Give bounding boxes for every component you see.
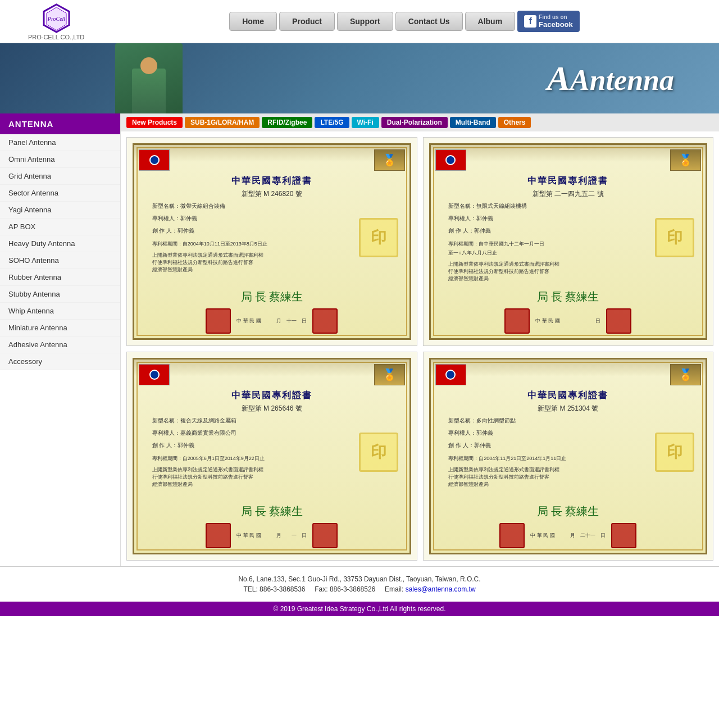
- cert-content-3: 新型名稱：複合天線及網路金屬箱 專利權人：嘉義商業實業有限公司 創 作 人：郭仲…: [152, 416, 392, 488]
- main-content: ANTENNA Panel Antenna Omni Antenna Grid …: [0, 113, 719, 566]
- nav-album[interactable]: Album: [465, 12, 516, 31]
- sidebar-item-heavy-duty-antenna[interactable]: Heavy Duty Antenna: [0, 235, 120, 252]
- cert-flag-3: [139, 364, 170, 385]
- cert-subtitle-1: 新型第 M 246820 號: [242, 189, 302, 199]
- sidebar-item-yagi-antenna[interactable]: Yagi Antenna: [0, 202, 120, 219]
- cert-ornament-4: 🏅: [670, 364, 701, 385]
- nav-home[interactable]: Home: [229, 12, 277, 31]
- cert-bottom-seals-1: 中 華 民 國 月 十一 日: [206, 308, 338, 334]
- cert-bottom-seals-4: 中 華 民 國 月 二十一 日: [499, 523, 636, 548]
- cert-ornament-3: 🏅: [374, 364, 405, 385]
- cert-bottom-seals-3: 中 華 民 國 月 一 日: [206, 523, 338, 548]
- logo-icon: ProCell: [41, 3, 72, 34]
- logo: ProCell PRO-CELL CO.,LTD: [11, 4, 101, 38]
- svg-text:ProCell: ProCell: [47, 16, 65, 22]
- footer: No.6, Lane.133, Sec.1 Guo-Ji Rd., 33753 …: [0, 566, 719, 602]
- certificate-2: 🏅 中華民國專利證書 新型第 二一四九五二 號 新型名稱：無限式天線組裝機構 專…: [423, 137, 714, 346]
- sidebar-item-soho-antenna[interactable]: SOHO Antenna: [0, 252, 120, 269]
- cert-flag-1: [139, 149, 170, 171]
- nav-facebook[interactable]: f Find us on Facebook: [517, 11, 580, 32]
- cert-content-1: 新型名稱：微帶天線組合裝備 專利權人：郭仲義 創 作 人：郭仲義 專利權期間：自…: [152, 201, 392, 273]
- cert-subtitle-2: 新型第 二一四九五二 號: [533, 189, 604, 199]
- banner: AAntenna: [0, 43, 719, 113]
- sidebar-item-ap-box[interactable]: AP BOX: [0, 219, 120, 235]
- sidebar-item-whip-antenna[interactable]: Whip Antenna: [0, 303, 120, 320]
- cert-signature-4: 局 長 蔡練生: [537, 504, 599, 519]
- facebook-icon: f: [524, 15, 536, 28]
- footer-email-link[interactable]: sales@antenna.com.tw: [406, 585, 476, 593]
- certificate-1: 🏅 中華民國專利證書 新型第 M 246820 號 新型名稱：微帶天線組合裝備 …: [126, 137, 417, 346]
- content-area: New Products SUB-1G/LORA/HAM RFID/Zigbee…: [121, 113, 719, 566]
- sidebar-item-accessory[interactable]: Accessory: [0, 353, 120, 370]
- sidebar-item-panel-antenna[interactable]: Panel Antenna: [0, 134, 120, 151]
- footer-fax: Fax: 886-3-3868526: [315, 585, 375, 593]
- find-us-label: Find us on: [539, 14, 573, 20]
- filter-rfid[interactable]: RFID/Zigbee: [262, 117, 312, 128]
- cert-ornament-2: 🏅: [670, 149, 701, 171]
- cert-title-2: 中華民國專利證書: [527, 175, 608, 187]
- sidebar-item-omni-antenna[interactable]: Omni Antenna: [0, 151, 120, 168]
- cert-signature-2: 局 長 蔡練生: [537, 289, 599, 304]
- filter-bar: New Products SUB-1G/LORA/HAM RFID/Zigbee…: [121, 113, 719, 131]
- cert-title-1: 中華民國專利證書: [231, 175, 312, 187]
- cert-bottom-seals-2: 中 華 民 國 日: [504, 308, 631, 334]
- filter-multi[interactable]: Multi-Band: [450, 117, 496, 128]
- sidebar-item-sector-antenna[interactable]: Sector Antenna: [0, 185, 120, 202]
- sidebar: ANTENNA Panel Antenna Omni Antenna Grid …: [0, 113, 121, 566]
- footer-copyright: © 2019 Greatest Idea Strategy Co.,Ltd Al…: [0, 602, 719, 616]
- filter-wifi[interactable]: Wi-Fi: [352, 117, 379, 128]
- cert-title-4: 中華民國專利證書: [527, 390, 608, 402]
- footer-email-label: Email:: [385, 585, 403, 593]
- certificate-grid: 🏅 中華民國專利證書 新型第 M 246820 號 新型名稱：微帶天線組合裝備 …: [121, 131, 719, 566]
- sidebar-item-stubby-antenna[interactable]: Stubby Antenna: [0, 286, 120, 303]
- cert-subtitle-4: 新型第 M 251304 號: [538, 404, 598, 413]
- logo-text: PRO-CELL CO.,LTD: [28, 34, 84, 40]
- banner-person-image: [115, 43, 183, 113]
- cert-flag-2: [435, 149, 466, 171]
- cert-title-3: 中華民國專利證書: [231, 390, 312, 402]
- filter-others[interactable]: Others: [498, 117, 531, 128]
- certificate-4: 🏅 中華民國專利證書 新型第 M 251304 號 新型名稱：多向性網型節點 專…: [423, 352, 714, 561]
- cert-content-2: 新型名稱：無限式天線組裝機構 專利權人：郭仲義 創 作 人：郭仲義 專利權期間：…: [448, 201, 688, 283]
- sidebar-header: ANTENNA: [0, 113, 120, 134]
- footer-address: No.6, Lane.133, Sec.1 Guo-Ji Rd., 33753 …: [8, 575, 711, 583]
- cert-subtitle-3: 新型第 M 265646 號: [242, 404, 302, 413]
- filter-sub-1g[interactable]: SUB-1G/LORA/HAM: [185, 117, 260, 128]
- cert-flag-4: [435, 364, 466, 385]
- footer-tel: TEL: 886-3-3868536: [243, 585, 305, 593]
- nav-support[interactable]: Support: [337, 12, 393, 31]
- cert-signature-3: 局 長 蔡練生: [241, 504, 303, 519]
- cert-signature-1: 局 長 蔡練生: [241, 289, 303, 304]
- sidebar-item-miniature-antenna[interactable]: Miniature Antenna: [0, 320, 120, 336]
- facebook-label: Facebook: [539, 20, 573, 29]
- filter-new-products[interactable]: New Products: [126, 117, 183, 128]
- sidebar-item-grid-antenna[interactable]: Grid Antenna: [0, 168, 120, 185]
- sidebar-item-rubber-antenna[interactable]: Rubber Antenna: [0, 269, 120, 286]
- cert-content-4: 新型名稱：多向性網型節點 專利權人：郭仲義 創 作 人：郭仲義 專利權期間：自2…: [448, 416, 688, 488]
- nav: Home Product Support Contact Us Album f …: [101, 11, 708, 32]
- filter-lte[interactable]: LTE/5G: [315, 117, 349, 128]
- nav-product[interactable]: Product: [279, 12, 335, 31]
- filter-dual[interactable]: Dual-Polarization: [381, 117, 448, 128]
- certificate-3: 🏅 中華民國專利證書 新型第 M 265646 號 新型名稱：複合天線及網路金屬…: [126, 352, 417, 561]
- banner-title: AAntenna: [547, 58, 674, 98]
- nav-contact[interactable]: Contact Us: [395, 12, 463, 31]
- sidebar-item-adhesive-antenna[interactable]: Adhesive Antenna: [0, 336, 120, 353]
- cert-ornament-1: 🏅: [374, 149, 405, 171]
- header: ProCell PRO-CELL CO.,LTD Home Product Su…: [0, 0, 719, 43]
